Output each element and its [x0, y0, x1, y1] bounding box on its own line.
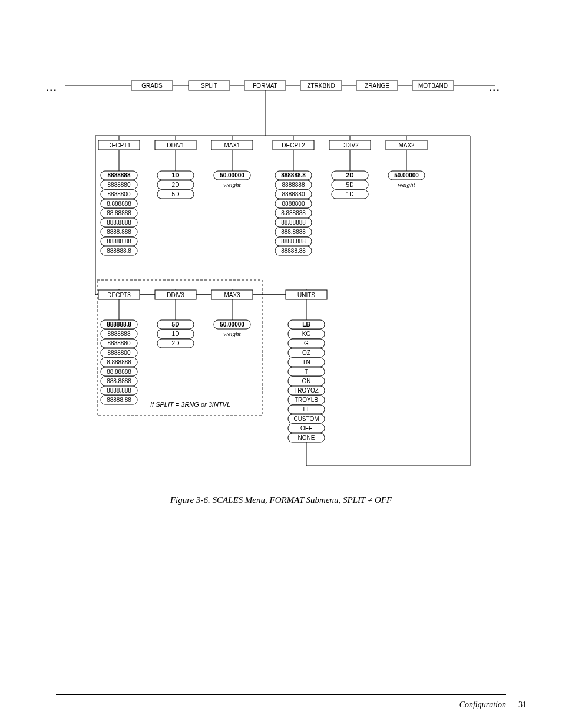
- svg-text:DECPT2: DECPT2: [282, 142, 305, 149]
- svg-text:LT: LT: [303, 406, 310, 413]
- max2-value: 50.00000 weight: [388, 171, 425, 188]
- svg-text:8888.888: 8888.888: [107, 387, 131, 394]
- figure-caption: Figure 3-6. SCALES Menu, FORMAT Submenu,…: [0, 495, 562, 505]
- svg-text:GRADS: GRADS: [141, 83, 163, 89]
- decpt3-options: 888888.8 8888888 8888880 8888800 8.88888…: [101, 320, 137, 404]
- svg-text:88888.88: 88888.88: [281, 248, 306, 254]
- svg-text:2D: 2D: [346, 172, 354, 179]
- menu-diagram: GRADS SPLIT FORMAT ZTRKBND ZRANGE MOTBAN…: [65, 71, 507, 483]
- svg-text:LB: LB: [302, 321, 310, 328]
- svg-text:ZRANGE: ZRANGE: [365, 83, 389, 89]
- svg-text:DECPT1: DECPT1: [107, 142, 131, 149]
- row2: DECPT1 DDIV1 MAX1 DECPT2 DDIV2 MAX2: [98, 140, 427, 150]
- ddiv3-options: 5D 1D 2D: [157, 320, 194, 348]
- svg-text:50.00000: 50.00000: [220, 321, 244, 328]
- svg-text:MAX3: MAX3: [224, 292, 240, 298]
- svg-text:8888880: 8888880: [282, 191, 305, 197]
- svg-text:8888800: 8888800: [108, 191, 131, 197]
- ddiv1-options: 1D 2D 5D: [157, 171, 194, 199]
- svg-text:888.8888: 888.8888: [107, 378, 131, 384]
- units-options: LB KG G OZ TN T GN TROYOZ TROYLB LT CUST…: [288, 320, 325, 442]
- svg-text:888.8888: 888.8888: [281, 229, 306, 235]
- svg-text:888888.8: 888888.8: [281, 172, 306, 179]
- svg-text:8888.888: 8888.888: [107, 229, 131, 235]
- svg-text:8888800: 8888800: [108, 350, 131, 356]
- svg-text:weight: weight: [223, 330, 241, 337]
- svg-text:DECPT3: DECPT3: [107, 292, 131, 298]
- svg-text:8.888888: 8.888888: [281, 210, 306, 216]
- svg-text:888.8888: 888.8888: [107, 219, 131, 226]
- svg-text:8888888: 8888888: [282, 182, 305, 188]
- svg-text:MAX1: MAX1: [224, 142, 240, 149]
- svg-text:T: T: [305, 368, 308, 375]
- svg-text:5D: 5D: [172, 191, 180, 197]
- svg-text:5D: 5D: [346, 182, 354, 188]
- svg-text:MOTBAND: MOTBAND: [418, 83, 448, 89]
- svg-text:8888800: 8888800: [282, 200, 305, 207]
- svg-text:8888888: 8888888: [108, 172, 131, 179]
- svg-text:888888.8: 888888.8: [107, 321, 131, 328]
- svg-text:MAX2: MAX2: [398, 142, 415, 149]
- svg-text:1D: 1D: [172, 331, 180, 337]
- svg-text:DDIV3: DDIV3: [167, 292, 184, 298]
- split-condition-note: If SPLIT = 3RNG or 3INTVL: [150, 401, 230, 408]
- svg-text:8888880: 8888880: [108, 182, 131, 188]
- svg-text:KG: KG: [302, 331, 311, 337]
- row3: DECPT3 DDIV3 MAX3 UNITS: [98, 290, 327, 299]
- svg-text:ZTRKBND: ZTRKBND: [307, 83, 335, 89]
- decpt1-options: 8888888 8888880 8888800 8.888888 88.8888…: [101, 171, 137, 255]
- svg-text:50.00000: 50.00000: [394, 172, 419, 179]
- svg-text:2D: 2D: [172, 182, 180, 188]
- svg-text:8.888888: 8.888888: [107, 359, 131, 365]
- svg-text:OFF: OFF: [300, 425, 312, 431]
- footer-section: Configuration: [459, 700, 506, 710]
- svg-text:TROYLB: TROYLB: [295, 397, 318, 403]
- svg-text:88888.88: 88888.88: [107, 397, 131, 403]
- svg-text:88.88888: 88.88888: [281, 219, 306, 226]
- svg-text:TROYOZ: TROYOZ: [294, 387, 319, 394]
- footer-separator: [56, 694, 506, 695]
- svg-text:888888.8: 888888.8: [107, 248, 131, 254]
- ddiv2-options: 2D 5D 1D: [332, 171, 368, 199]
- svg-text:NONE: NONE: [298, 434, 315, 441]
- svg-text:2D: 2D: [172, 340, 180, 347]
- svg-text:CUSTOM: CUSTOM: [293, 416, 319, 422]
- svg-text:DDIV2: DDIV2: [341, 142, 359, 149]
- max1-value: 50.00000 weight: [214, 171, 250, 188]
- svg-text:1D: 1D: [172, 172, 180, 179]
- svg-text:DDIV1: DDIV1: [167, 142, 184, 149]
- svg-text:88888.88: 88888.88: [107, 238, 131, 245]
- svg-text:8.888888: 8.888888: [107, 200, 131, 207]
- svg-text:5D: 5D: [172, 321, 180, 328]
- ellipsis-left: ...: [46, 83, 57, 93]
- svg-text:8888880: 8888880: [108, 340, 131, 347]
- svg-text:88.88888: 88.88888: [107, 210, 131, 216]
- svg-text:SPLIT: SPLIT: [201, 83, 217, 89]
- svg-text:FORMAT: FORMAT: [253, 83, 277, 89]
- decpt2-options: 888888.8 8888888 8888880 8888800 8.88888…: [275, 171, 312, 255]
- svg-text:8888888: 8888888: [108, 331, 131, 337]
- svg-text:1D: 1D: [346, 191, 354, 197]
- svg-text:weight: weight: [398, 181, 415, 188]
- svg-text:OZ: OZ: [302, 350, 310, 356]
- svg-text:weight: weight: [223, 181, 241, 188]
- svg-text:88.88888: 88.88888: [107, 368, 131, 375]
- svg-text:G: G: [304, 340, 309, 347]
- svg-text:UNITS: UNITS: [297, 292, 315, 298]
- svg-text:50.00000: 50.00000: [220, 172, 244, 179]
- footer-page-number: 31: [518, 700, 527, 710]
- max3-value: 50.00000 weight: [214, 320, 250, 337]
- document-page: ... ... GRADS SPLIT FORMAT ZTRKBND ZRANG…: [0, 0, 562, 728]
- svg-text:TN: TN: [302, 359, 310, 365]
- svg-text:8888.888: 8888.888: [281, 238, 306, 245]
- svg-text:GN: GN: [302, 378, 311, 384]
